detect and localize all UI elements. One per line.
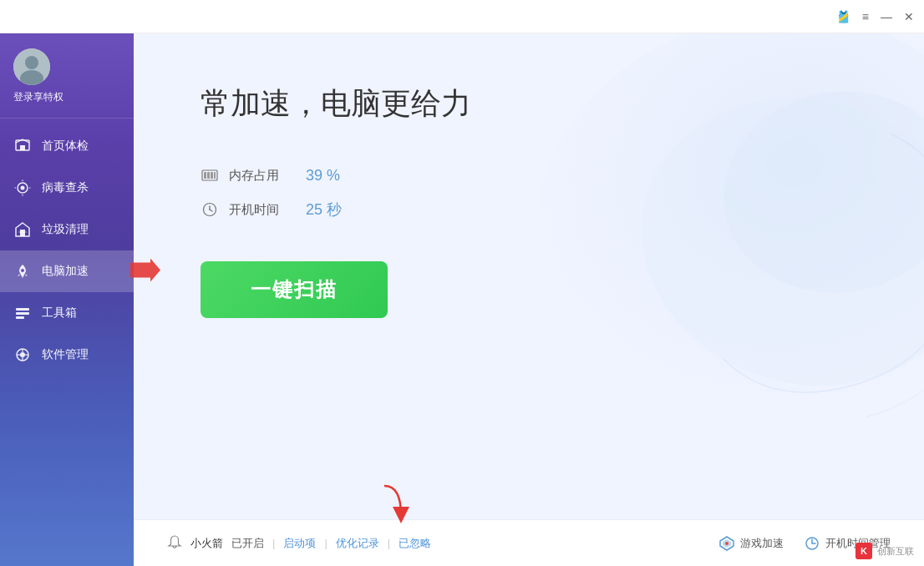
menu-icon[interactable]: ≡ bbox=[862, 10, 869, 23]
stat-boot-label: 开机时间 bbox=[229, 202, 296, 218]
sidebar-item-tools[interactable]: 工具箱 bbox=[0, 292, 134, 334]
boot-icon bbox=[804, 535, 820, 552]
watermark-icon: K bbox=[855, 543, 872, 559]
sidebar-item-label-accelerate: 电脑加速 bbox=[42, 264, 89, 279]
shirt-icon[interactable]: 🎽 bbox=[836, 10, 850, 23]
game-icon bbox=[718, 535, 735, 552]
tools-icon bbox=[13, 304, 32, 322]
main-layout: 登录享特权 首页体检 bbox=[0, 33, 924, 566]
clean-icon bbox=[13, 220, 32, 239]
app-name: 小火箭 bbox=[190, 536, 223, 551]
rocket-icon bbox=[13, 262, 32, 280]
link-startup[interactable]: 启动项 bbox=[283, 536, 316, 551]
game-accelerate-label: 游戏加速 bbox=[740, 536, 784, 551]
svg-rect-31 bbox=[211, 172, 213, 179]
memory-icon bbox=[201, 166, 219, 184]
sidebar-nav: 首页体检 病毒查杀 bbox=[0, 119, 134, 566]
sidebar-item-label-software: 软件管理 bbox=[42, 347, 89, 362]
svg-rect-30 bbox=[207, 172, 210, 179]
main-title: 常加速，电脑更给力 bbox=[201, 83, 857, 124]
app-status: 已开启 bbox=[231, 536, 264, 551]
scan-button[interactable]: 一键扫描 bbox=[201, 261, 388, 318]
clock-icon bbox=[201, 200, 219, 219]
svg-point-6 bbox=[21, 186, 25, 190]
sidebar-item-label-tools: 工具箱 bbox=[42, 306, 77, 321]
stat-boot: 开机时间 25 秒 bbox=[201, 200, 857, 220]
divider-1: | bbox=[272, 537, 275, 549]
login-label[interactable]: 登录享特权 bbox=[13, 90, 63, 104]
title-bar-icons: 🎽 ≡ — ✕ bbox=[836, 10, 914, 23]
stat-memory: 内存占用 39 % bbox=[201, 166, 857, 184]
bottom-game-accelerate[interactable]: 游戏加速 bbox=[718, 535, 784, 552]
divider-3: | bbox=[388, 537, 390, 549]
content-area: 常加速，电脑更给力 内存占用 39 % bbox=[134, 33, 924, 566]
svg-line-35 bbox=[210, 210, 212, 211]
sidebar-item-software[interactable]: 软件管理 bbox=[0, 334, 134, 376]
sidebar-item-accelerate[interactable]: 电脑加速 bbox=[0, 250, 134, 292]
close-icon[interactable]: ✕ bbox=[904, 10, 914, 23]
watermark-text: 创新互联 bbox=[877, 545, 914, 558]
divider-2: | bbox=[324, 537, 327, 549]
svg-rect-29 bbox=[204, 172, 206, 179]
sidebar-item-label-home: 首页体检 bbox=[42, 139, 89, 154]
bottom-bar: 小火箭 已开启 | 启动项 | 优化记录 | 已忽略 bbox=[134, 519, 924, 566]
sidebar-item-clean[interactable]: 垃圾清理 bbox=[0, 209, 134, 250]
sidebar-item-label-virus: 病毒查杀 bbox=[42, 180, 89, 195]
svg-rect-12 bbox=[20, 230, 25, 236]
software-icon bbox=[13, 346, 32, 364]
svg-rect-4 bbox=[20, 145, 25, 150]
svg-rect-16 bbox=[16, 308, 29, 311]
bottom-left: 小火箭 已开启 | 启动项 | 优化记录 | 已忽略 bbox=[167, 534, 431, 552]
home-icon bbox=[13, 137, 32, 155]
title-bar: 🎽 ≡ — ✕ bbox=[0, 0, 924, 33]
bell-icon bbox=[167, 534, 182, 549]
svg-rect-17 bbox=[16, 312, 29, 315]
svg-point-20 bbox=[20, 352, 25, 357]
sidebar-item-home[interactable]: 首页体检 bbox=[0, 125, 134, 167]
link-optimize[interactable]: 优化记录 bbox=[336, 536, 379, 551]
stat-memory-label: 内存占用 bbox=[229, 168, 296, 184]
sidebar-item-virus[interactable]: 病毒查杀 bbox=[0, 167, 134, 209]
svg-rect-32 bbox=[214, 172, 216, 179]
sidebar-item-label-clean: 垃圾清理 bbox=[42, 222, 89, 237]
stats-row: 内存占用 39 % 开机时间 25 秒 bbox=[201, 166, 857, 220]
link-ignored[interactable]: 已忽略 bbox=[399, 536, 431, 551]
svg-rect-18 bbox=[16, 316, 24, 319]
watermark: K 创新互联 bbox=[855, 543, 914, 559]
virus-icon bbox=[13, 179, 32, 197]
sidebar: 登录享特权 首页体检 bbox=[0, 33, 134, 566]
svg-point-14 bbox=[21, 269, 24, 272]
avatar[interactable] bbox=[13, 48, 50, 85]
sidebar-profile[interactable]: 登录享特权 bbox=[0, 33, 134, 119]
stat-boot-value: 25 秒 bbox=[306, 200, 342, 220]
svg-point-39 bbox=[725, 542, 729, 545]
svg-point-1 bbox=[25, 56, 38, 69]
stat-memory-value: 39 % bbox=[306, 167, 340, 184]
minimize-icon[interactable]: — bbox=[881, 10, 892, 23]
main-content: 常加速，电脑更给力 内存占用 39 % bbox=[134, 33, 924, 519]
